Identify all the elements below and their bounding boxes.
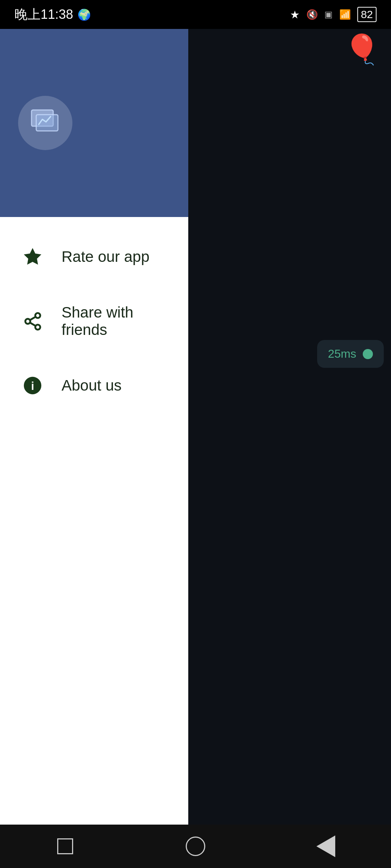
star-icon [22, 246, 43, 268]
bottom-navigation [0, 825, 391, 868]
world-clock-icon: 🌍 [77, 8, 91, 21]
svg-line-6 [30, 316, 35, 320]
mute-icon: 🔇 [306, 9, 318, 20]
status-time: 晚上11:38 🌍 [14, 6, 91, 24]
rate-app-label: Rate our app [62, 248, 150, 265]
svg-text:i: i [31, 380, 34, 392]
back-button[interactable] [304, 832, 348, 861]
clock: 晚上11:38 [14, 6, 73, 24]
battery-level: 82 [361, 8, 373, 20]
status-icons: ★ 🔇 ▣ 📶 82 [290, 7, 377, 22]
circle-icon [186, 837, 205, 856]
info-icon: i [22, 375, 43, 396]
battery-icon: 82 [357, 7, 377, 22]
balloon-decoration: 🎈 [344, 33, 380, 67]
rate-app-item[interactable]: Rate our app [0, 228, 188, 286]
sim-icon: ▣ [324, 9, 333, 20]
share-label: Share with friends [62, 304, 167, 339]
status-bar: 晚上11:38 🌍 ★ 🔇 ▣ 📶 82 [0, 0, 391, 29]
drawer-panel: Rate our app Share with friends i [0, 29, 188, 868]
wifi-icon: 📶 [339, 9, 351, 20]
about-label: About us [62, 377, 122, 394]
square-icon [57, 838, 73, 854]
drawer-menu: Rate our app Share with friends i [0, 217, 188, 425]
bluetooth-icon: ★ [290, 8, 300, 21]
ping-status-dot [363, 349, 373, 359]
ping-indicator: 25ms [317, 340, 384, 368]
triangle-icon [316, 835, 335, 857]
app-icon-circle [18, 96, 72, 150]
share-item[interactable]: Share with friends [0, 286, 188, 357]
home-button[interactable] [174, 832, 217, 861]
recent-apps-button[interactable] [43, 832, 87, 861]
ping-value: 25ms [328, 347, 356, 361]
about-item[interactable]: i About us [0, 357, 188, 414]
slides-icon [31, 109, 60, 137]
app-background [188, 29, 391, 868]
svg-line-5 [30, 322, 35, 326]
drawer-header [0, 29, 188, 217]
share-icon [22, 310, 43, 332]
